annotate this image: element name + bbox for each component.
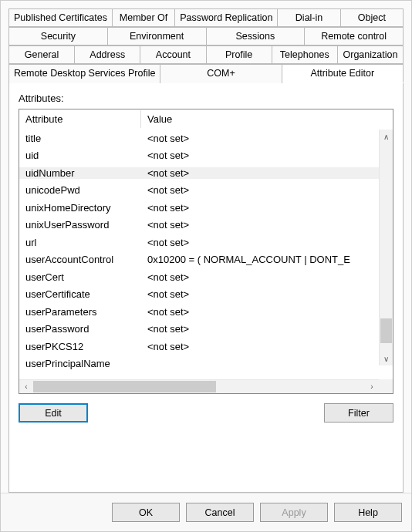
dialog-footer: OK Cancel Apply Help <box>1 493 411 531</box>
apply-button[interactable]: Apply <box>260 503 328 522</box>
table-row[interactable]: unixUserPassword<not set> <box>19 217 393 234</box>
value-cell: 0x10200 = ( NORMAL_ACCOUNT | DONT_E <box>141 254 393 265</box>
tabs-container: Published CertificatesMember OfPassword … <box>8 8 404 83</box>
column-header-attribute[interactable]: Attribute <box>19 110 141 128</box>
table-row[interactable]: uid<not set> <box>19 147 393 165</box>
tab-object[interactable]: Object <box>341 8 404 27</box>
tab-sessions[interactable]: Sessions <box>207 27 306 45</box>
value-cell: <not set> <box>141 323 393 335</box>
attr-cell: userParameters <box>19 306 141 318</box>
table-row[interactable]: unicodePwd<not set> <box>19 182 393 200</box>
tab-remote-control[interactable]: Remote control <box>305 27 404 45</box>
tab-com-[interactable]: COM+ <box>160 64 282 83</box>
help-button[interactable]: Help <box>334 503 402 522</box>
value-cell: <not set> <box>141 288 393 300</box>
scrollbar-corner <box>379 379 393 393</box>
scroll-down-arrow-icon[interactable]: ∨ <box>380 352 393 365</box>
list-header: Attribute Value <box>19 109 393 130</box>
tab-address[interactable]: Address <box>75 45 140 64</box>
attr-cell: userPrincipalName <box>19 358 141 369</box>
attr-cell: title <box>19 133 141 144</box>
table-row[interactable]: userPassword<not set> <box>19 321 393 338</box>
horizontal-scrollbar[interactable]: ‹ › <box>19 379 379 393</box>
scroll-up-arrow-icon[interactable]: ∧ <box>380 130 393 143</box>
vertical-scrollbar[interactable]: ∧ ∨ <box>379 130 393 365</box>
attr-cell: uid <box>19 150 141 161</box>
attributes-label: Attributes: <box>19 93 393 104</box>
filter-button[interactable]: Filter <box>324 403 393 423</box>
value-cell: <not set> <box>141 133 393 144</box>
attr-cell: uidNumber <box>19 167 141 179</box>
table-row[interactable]: url<not set> <box>19 234 393 251</box>
tab-security[interactable]: Security <box>8 27 108 45</box>
table-row[interactable]: userParameters<not set> <box>19 303 393 321</box>
table-row[interactable]: userPKCS12<not set> <box>19 338 393 355</box>
tab-general[interactable]: General <box>8 45 75 64</box>
attr-cell: userPKCS12 <box>19 341 141 352</box>
tab-account[interactable]: Account <box>140 45 206 64</box>
attr-cell: unixUserPassword <box>19 219 141 231</box>
attr-cell: userCertificate <box>19 288 141 300</box>
tab-published-certificates[interactable]: Published Certificates <box>8 8 113 27</box>
cancel-button[interactable]: Cancel <box>186 503 254 522</box>
value-cell: <not set> <box>141 150 393 161</box>
value-cell: <not set> <box>141 306 393 318</box>
value-cell: <not set> <box>141 202 393 214</box>
value-cell: <not set> <box>141 184 393 196</box>
ok-button[interactable]: OK <box>112 503 180 522</box>
table-row[interactable]: title<not set> <box>19 130 393 147</box>
value-cell: <not set> <box>141 237 393 248</box>
tab-organization[interactable]: Organization <box>338 45 404 64</box>
edit-button[interactable]: Edit <box>19 403 88 423</box>
attr-cell: userAccountControl <box>19 254 141 265</box>
table-row[interactable]: userCertificate<not set> <box>19 286 393 304</box>
tab-profile[interactable]: Profile <box>207 45 272 64</box>
table-row[interactable]: unixHomeDirectory<not set> <box>19 199 393 217</box>
attr-cell: url <box>19 237 141 248</box>
value-cell: <not set> <box>141 271 393 283</box>
value-cell: <not set> <box>141 219 393 231</box>
tab-member-of[interactable]: Member Of <box>113 8 175 27</box>
value-cell: <not set> <box>141 341 393 352</box>
table-row[interactable]: uidNumber<not set> <box>19 164 393 182</box>
table-row[interactable]: userCert<not set> <box>19 268 393 286</box>
column-header-value[interactable]: Value <box>141 110 393 128</box>
table-row[interactable]: userPrincipalName <box>19 355 393 373</box>
horizontal-scroll-thumb[interactable] <box>33 381 216 392</box>
scroll-right-arrow-icon[interactable]: › <box>365 380 379 393</box>
tab-password-replication[interactable]: Password Replication <box>175 8 278 27</box>
attr-cell: userPassword <box>19 323 141 335</box>
attr-cell: unicodePwd <box>19 184 141 196</box>
attr-cell: userCert <box>19 271 141 283</box>
tab-attribute-editor[interactable]: Attribute Editor <box>282 64 404 83</box>
attribute-editor-panel: Attributes: Attribute Value title<not se… <box>8 83 404 493</box>
value-cell: <not set> <box>141 167 393 179</box>
tab-environment[interactable]: Environment <box>108 27 207 45</box>
attributes-listbox[interactable]: Attribute Value title<not set>uid<not se… <box>19 109 393 394</box>
table-row[interactable]: userAccountControl0x10200 = ( NORMAL_ACC… <box>19 251 393 269</box>
tab-dial-in[interactable]: Dial-in <box>278 8 340 27</box>
vertical-scroll-thumb[interactable] <box>380 318 392 343</box>
scroll-left-arrow-icon[interactable]: ‹ <box>19 380 33 393</box>
tab-remote-desktop-services-profile[interactable]: Remote Desktop Services Profile <box>8 64 160 83</box>
tab-telephones[interactable]: Telephones <box>272 45 338 64</box>
attr-cell: unixHomeDirectory <box>19 202 141 214</box>
